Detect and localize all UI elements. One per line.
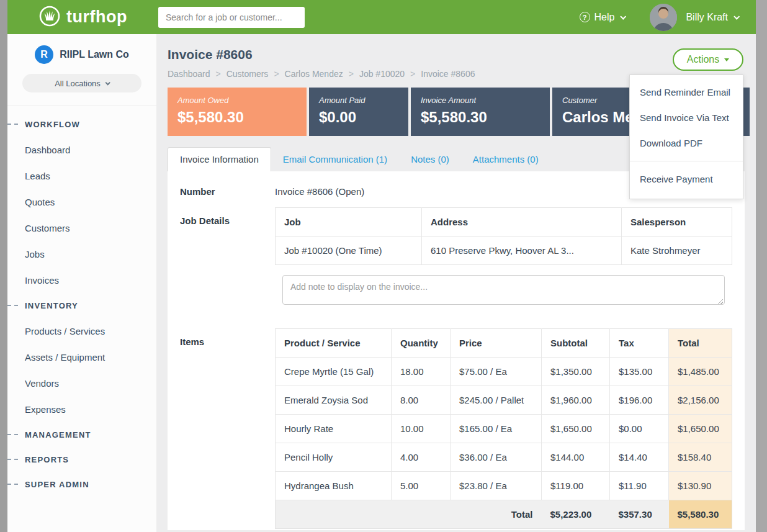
user-avatar[interactable] [650, 4, 677, 31]
actions-button-label: Actions [687, 54, 719, 65]
chevron-down-icon [621, 14, 627, 20]
sidebar-company-block: R RIIPL Lawn Co All Locations [7, 34, 156, 106]
company-badge: R [35, 45, 53, 64]
price-col-header: Price [451, 329, 542, 358]
sidebar-item-customers[interactable]: Customers [7, 215, 156, 241]
section-dash-icon [7, 459, 18, 460]
number-label: Number [180, 186, 275, 197]
item-price: $36.00 / Ea [451, 443, 542, 472]
sidebar-section-super-admin[interactable]: SUPER ADMIN [7, 472, 156, 497]
total-col-header: Total [669, 329, 732, 358]
page-title: Invoice #8606 [168, 47, 756, 63]
sidebar-item-jobs[interactable]: Jobs [7, 241, 156, 267]
left-edge-strip [0, 0, 7, 532]
quantity-col-header: Quantity [392, 329, 451, 358]
company-name: RIIPL Lawn Co [60, 49, 129, 60]
sidebar-item-leads[interactable]: Leads [7, 163, 156, 189]
sidebar-section-reports[interactable]: REPORTS [7, 447, 156, 472]
sidebar-item-dashboard[interactable]: Dashboard [7, 137, 156, 163]
job-details-row: Job Details Job Address Salesperson [180, 207, 732, 307]
item-total: $1,485.00 [669, 358, 732, 386]
section-label: SUPER ADMIN [25, 480, 89, 489]
top-navbar: turfhop ? Help [7, 0, 756, 34]
menu-item-download-pdf[interactable]: Download PDF [630, 130, 743, 156]
menu-item-send-reminder-email[interactable]: Send Reminder Email [630, 79, 743, 105]
item-quantity: 4.00 [392, 443, 451, 472]
actions-button[interactable]: Actions [673, 48, 743, 71]
caret-down-icon [724, 58, 729, 61]
section-label: WORKFLOW [25, 120, 80, 129]
company-header[interactable]: R RIIPL Lawn Co [7, 45, 156, 64]
sidebar-item-invoices[interactable]: Invoices [7, 267, 156, 293]
user-menu[interactable]: Billy Kraft [686, 12, 738, 23]
items-total-row: Total $5,223.00 $357.30 $5,580.30 [276, 500, 732, 529]
menu-item-send-invoice-via-text[interactable]: Send Invoice Via Text [630, 105, 743, 130]
item-subtotal: $1,650.00 [542, 415, 610, 443]
item-subtotal: $1,350.00 [542, 358, 610, 386]
locations-dropdown[interactable]: All Locations [22, 74, 141, 92]
help-icon: ? [580, 12, 590, 22]
help-menu[interactable]: ? Help [580, 12, 626, 23]
menu-item-receive-payment[interactable]: Receive Payment [630, 165, 743, 194]
item-price: $23.80 / Ea [451, 472, 542, 500]
sidebar-item-products-services[interactable]: Products / Services [7, 318, 156, 344]
item-row: Hydrangea Bush 5.00 $23.80 / Ea $119.00 … [276, 472, 732, 500]
breadcrumb-job[interactable]: Job #10020 [359, 69, 405, 79]
breadcrumb-dashboard[interactable]: Dashboard [168, 69, 210, 79]
sidebar-item-expenses[interactable]: Expenses [7, 396, 156, 422]
item-subtotal: $119.00 [542, 472, 610, 500]
invoice-panel: Number Invoice #8606 (Open) Invoice Date… [168, 171, 745, 530]
stat-invoice-amount: Invoice Amount $5,580.30 [411, 88, 550, 136]
user-name: Billy Kraft [686, 12, 728, 23]
stat-label: Amount Paid [319, 96, 398, 105]
sidebar-item-assets-equipment[interactable]: Assets / Equipment [7, 344, 156, 370]
sidebar-item-quotes[interactable]: Quotes [7, 189, 156, 215]
global-search [158, 7, 305, 28]
salesperson-col-header: Salesperson [622, 208, 732, 237]
sidebar-section-inventory[interactable]: INVENTORY [7, 293, 156, 318]
item-tax: $11.90 [610, 472, 669, 500]
right-edge-strip [756, 0, 767, 532]
item-subtotal: $144.00 [542, 443, 610, 472]
item-name: Hydrangea Bush [276, 472, 392, 500]
breadcrumb-separator: > [274, 69, 279, 79]
job-details-data-row: Job #10020 (One Time) 610 Preserve Pkwy,… [276, 237, 732, 265]
item-total: $2,156.00 [669, 386, 732, 415]
chevron-down-icon [733, 14, 740, 20]
total-label: Total [276, 500, 542, 529]
total-subtotal: $5,223.00 [542, 500, 610, 529]
items-label: Items [180, 328, 275, 529]
section-label: MANAGEMENT [25, 430, 91, 440]
item-name: Hourly Rate [276, 415, 392, 443]
sidebar-item-vendors[interactable]: Vendors [7, 370, 156, 396]
item-total: $130.90 [669, 472, 732, 500]
item-quantity: 10.00 [392, 415, 451, 443]
job-col-header: Job [276, 208, 422, 237]
section-dash-icon [7, 305, 18, 306]
grand-total: $5,580.30 [669, 500, 732, 529]
tax-col-header: Tax [610, 329, 669, 358]
sidebar-section-workflow[interactable]: WORKFLOW [7, 112, 156, 137]
invoice-note-input[interactable] [282, 275, 725, 305]
item-quantity: 8.00 [392, 386, 451, 415]
item-subtotal: $1,960.00 [542, 386, 610, 415]
breadcrumb-current: Invoice #8606 [421, 69, 475, 79]
page-header: Invoice #8606 Dashboard>Customers>Carlos… [168, 34, 756, 79]
search-input[interactable] [158, 7, 305, 28]
chevron-down-icon [105, 80, 110, 85]
tab-invoice-information[interactable]: Invoice Information [168, 147, 271, 171]
tab-notes[interactable]: Notes (0) [399, 148, 461, 171]
tab-attachments[interactable]: Attachments (0) [461, 148, 550, 171]
items-table: Product / Service Quantity Price Subtota… [275, 328, 732, 529]
item-name: Pencil Holly [276, 443, 392, 472]
brand-logo[interactable]: turfhop [7, 5, 158, 30]
locations-label: All Locations [55, 79, 101, 88]
number-value: Invoice #8606 (Open) [275, 186, 364, 197]
stat-value: $5,580.30 [421, 109, 540, 126]
stat-value: $0.00 [319, 109, 398, 126]
tab-email-communication[interactable]: Email Communication (1) [271, 148, 399, 171]
breadcrumb-customer-name[interactable]: Carlos Mendez [285, 69, 343, 79]
sidebar-section-management[interactable]: MANAGEMENT [7, 422, 156, 447]
breadcrumb-customers[interactable]: Customers [227, 69, 269, 79]
subtotal-col-header: Subtotal [542, 329, 610, 358]
